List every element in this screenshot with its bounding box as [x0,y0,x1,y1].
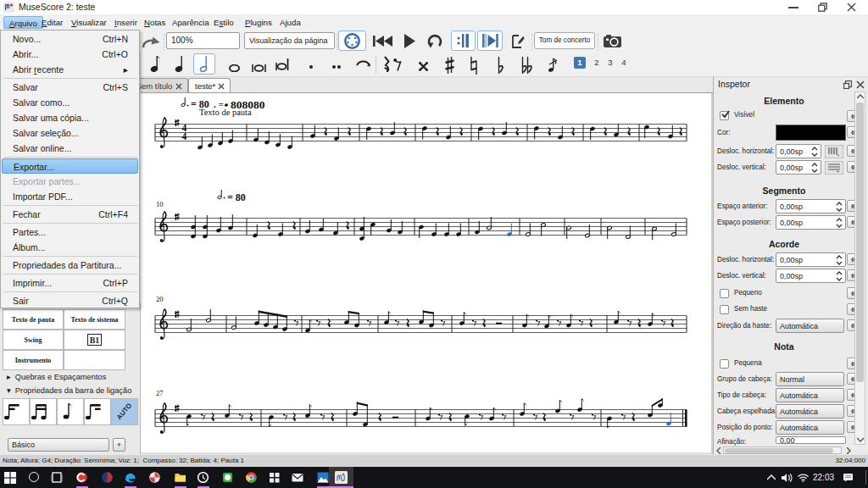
svg-text:4: 4 [182,131,187,141]
svg-text:20: 20 [156,295,164,303]
svg-text:= 80: = 80 [227,191,246,203]
svg-text:Texto de pauta: Texto de pauta [199,108,252,117]
svg-text:27: 27 [156,389,164,397]
svg-text:10: 10 [156,200,164,208]
